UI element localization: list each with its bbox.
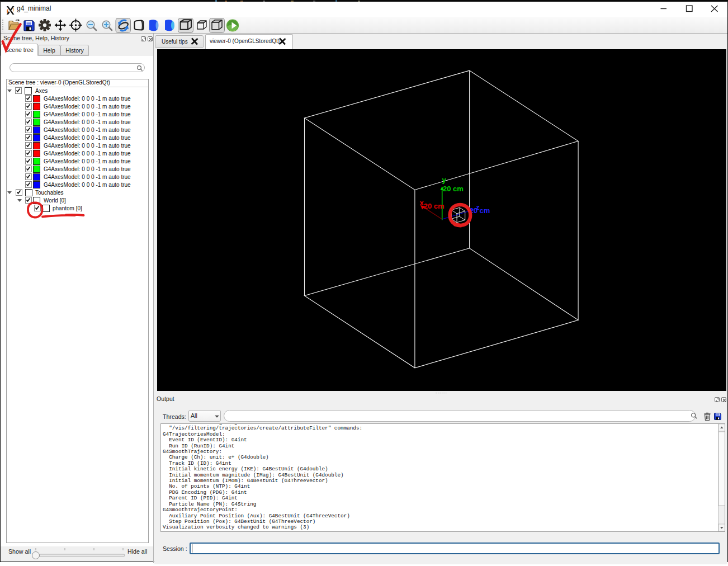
- svg-text:y: y: [442, 176, 447, 184]
- svg-text:20 cm: 20 cm: [470, 206, 490, 215]
- svg-text:20 cm: 20 cm: [424, 202, 445, 210]
- svg-text:20 cm: 20 cm: [443, 185, 464, 193]
